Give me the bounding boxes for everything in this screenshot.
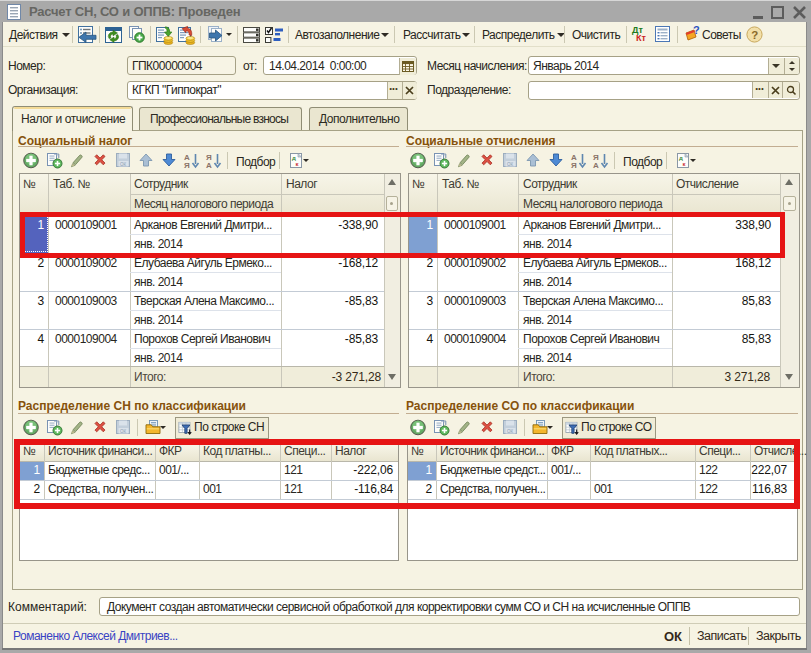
svg-text:?: ?	[693, 24, 700, 36]
svg-text:?: ?	[751, 29, 758, 41]
